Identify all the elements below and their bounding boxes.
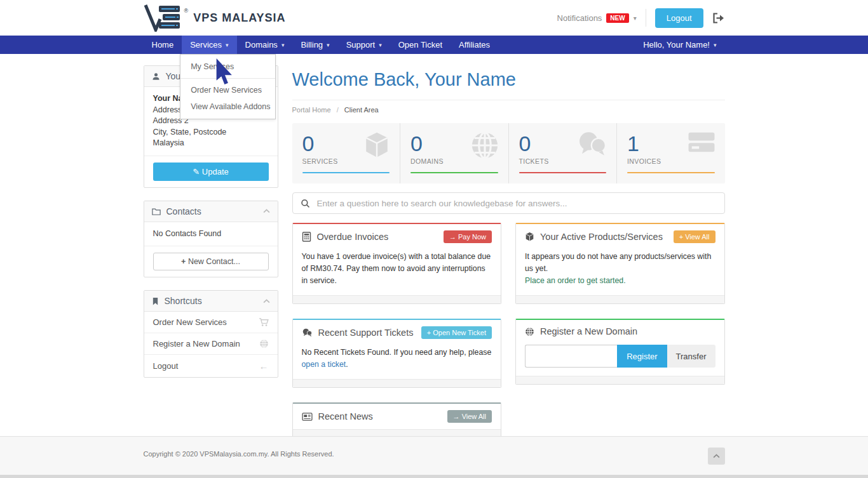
box-icon bbox=[525, 232, 534, 242]
chevron-up-icon[interactable] bbox=[263, 209, 270, 213]
new-badge: NEW bbox=[606, 13, 628, 23]
logout-button[interactable]: Logout bbox=[655, 8, 703, 28]
notifications-label[interactable]: Notifications bbox=[557, 13, 602, 23]
menu-item-my-services[interactable]: My Services bbox=[180, 58, 275, 75]
menu-item-view-available-addons[interactable]: View Available Addons bbox=[180, 98, 275, 115]
chevron-up-icon bbox=[713, 454, 720, 458]
panel-footer bbox=[293, 429, 501, 436]
address-line: Malaysia bbox=[153, 138, 269, 149]
bookmark-icon bbox=[152, 297, 159, 305]
panel-footer bbox=[516, 376, 724, 384]
nav-affiliates[interactable]: Affiliates bbox=[451, 36, 498, 54]
panel-footer bbox=[516, 295, 724, 303]
chevron-down-icon: ▾ bbox=[226, 42, 229, 48]
shortcut-logout[interactable]: Logout ← bbox=[144, 354, 278, 377]
breadcrumb-portal-home[interactable]: Portal Home bbox=[292, 106, 331, 114]
chevron-down-icon: ▾ bbox=[327, 42, 330, 48]
place-order-link[interactable]: Place an order to get started. bbox=[525, 276, 626, 285]
panel-title: Recent Support Tickets bbox=[318, 328, 416, 338]
chat-icon bbox=[577, 131, 607, 157]
shortcut-register-domain[interactable]: Register a New Domain bbox=[144, 333, 278, 354]
overdue-invoices-panel: Overdue Invoices → Pay Now You have 1 ov… bbox=[292, 223, 502, 304]
arrow-right-icon: → bbox=[449, 233, 458, 241]
products-empty-text: It appears you do not have any products/… bbox=[516, 249, 724, 295]
panel-title: Register a New Domain bbox=[540, 326, 715, 336]
main-navbar: Home Services▾ My Services Order New Ser… bbox=[0, 36, 868, 54]
stat-services[interactable]: 0 SERVICES bbox=[292, 123, 401, 183]
search-input[interactable] bbox=[317, 199, 717, 208]
active-products-panel: Your Active Products/Services + View All… bbox=[515, 223, 725, 304]
brand-name: VPS MALAYSIA bbox=[193, 11, 285, 25]
register-domain-panel: Register a New Domain Register Transfer bbox=[515, 319, 725, 385]
recent-news-panel: Recent News → View All bbox=[292, 402, 502, 436]
stats-row: 0 SERVICES 0 DOMAINS 0 bbox=[292, 123, 725, 183]
search-icon bbox=[301, 199, 310, 208]
contacts-header[interactable]: Contacts bbox=[144, 201, 278, 222]
pay-now-button[interactable]: → Pay Now bbox=[444, 230, 492, 243]
view-all-products-button[interactable]: + View All bbox=[674, 230, 715, 243]
globe-icon bbox=[470, 131, 499, 160]
nav-open-ticket[interactable]: Open Ticket bbox=[390, 36, 451, 54]
dashboard-panels: Overdue Invoices → Pay Now You have 1 ov… bbox=[292, 223, 725, 436]
brand-logo[interactable]: ® VPS MALAYSIA bbox=[144, 4, 286, 32]
view-all-news-button[interactable]: → View All bbox=[447, 410, 492, 423]
your-info-footer: ✎ Update bbox=[144, 156, 278, 187]
nav-domains[interactable]: Domains▾ bbox=[237, 36, 293, 54]
update-button[interactable]: ✎ Update bbox=[153, 163, 269, 181]
contacts-empty-text: No Contacts Found bbox=[144, 222, 278, 246]
shortcuts-panel: Shortcuts Order New Services Register a … bbox=[144, 290, 278, 378]
arrow-left-icon: ← bbox=[259, 361, 269, 371]
stat-label: TICKETS bbox=[519, 157, 607, 165]
stat-underline bbox=[519, 172, 607, 173]
nav-services[interactable]: Services▾ My Services Order New Services… bbox=[182, 36, 236, 54]
page-content: Your Info Your Name Address 1 Address 2 … bbox=[0, 54, 868, 436]
main-area: Welcome Back, Your Name Portal Home / Cl… bbox=[292, 65, 725, 436]
stat-underline bbox=[410, 172, 498, 173]
vps-logo-icon bbox=[144, 4, 183, 32]
top-header: ® VPS MALAYSIA Notifications NEW ▾ Logou… bbox=[0, 0, 868, 36]
contacts-panel: Contacts No Contacts Found + New Contact… bbox=[144, 201, 278, 278]
chevron-up-icon[interactable] bbox=[263, 299, 270, 303]
sign-out-icon[interactable] bbox=[712, 13, 725, 23]
cart-icon bbox=[259, 317, 269, 327]
services-dropdown-menu: My Services Order New Services View Avai… bbox=[180, 54, 276, 119]
recent-support-tickets-panel: Recent Support Tickets + Open New Ticket… bbox=[292, 319, 502, 388]
shortcuts-header[interactable]: Shortcuts bbox=[144, 291, 278, 312]
breadcrumb-separator: / bbox=[337, 106, 339, 114]
domain-input[interactable] bbox=[525, 345, 617, 368]
knowledgebase-search bbox=[292, 192, 725, 214]
nav-home[interactable]: Home bbox=[144, 36, 182, 54]
stat-underline bbox=[302, 172, 390, 173]
open-a-ticket-link[interactable]: open a ticket bbox=[302, 360, 346, 369]
cube-icon bbox=[363, 131, 391, 160]
panel-footer bbox=[293, 295, 501, 303]
stat-invoices[interactable]: 1 INVOICES bbox=[617, 123, 725, 183]
menu-item-order-new-services[interactable]: Order New Services bbox=[180, 82, 275, 98]
page-title: Welcome Back, Your Name bbox=[292, 69, 725, 100]
nav-user-menu[interactable]: Hello, Your Name!▾ bbox=[635, 36, 724, 54]
copyright-text: Copyright © 2020 VPSMalaysia.com.my. All… bbox=[144, 450, 334, 458]
nav-billing[interactable]: Billing▾ bbox=[292, 36, 337, 54]
nav-support[interactable]: Support▾ bbox=[338, 36, 390, 54]
open-new-ticket-button[interactable]: + Open New Ticket bbox=[421, 326, 492, 339]
scroll-to-top-button[interactable] bbox=[708, 448, 725, 465]
register-button[interactable]: Register bbox=[617, 345, 667, 368]
credit-card-icon bbox=[687, 131, 716, 154]
plus-icon: + bbox=[679, 233, 685, 241]
globe-icon bbox=[259, 339, 269, 349]
chevron-down-icon[interactable]: ▾ bbox=[634, 15, 637, 22]
stat-tickets[interactable]: 0 TICKETS bbox=[509, 123, 618, 183]
shortcuts-title: Shortcuts bbox=[165, 296, 202, 306]
shortcut-order-new-services[interactable]: Order New Services bbox=[144, 312, 278, 333]
transfer-button[interactable]: Transfer bbox=[667, 345, 715, 368]
breadcrumb-client-area: Client Area bbox=[344, 106, 379, 114]
stat-domains[interactable]: 0 DOMAINS bbox=[400, 123, 509, 183]
nav-spacer bbox=[498, 36, 635, 54]
contacts-footer: + New Contact... bbox=[144, 246, 278, 277]
new-contact-button[interactable]: + New Contact... bbox=[153, 253, 269, 270]
panel-title: Your Active Products/Services bbox=[540, 232, 668, 242]
panels-left-column: Overdue Invoices → Pay Now You have 1 ov… bbox=[292, 223, 502, 436]
panel-title: Recent News bbox=[318, 411, 442, 422]
invoice-icon bbox=[302, 232, 311, 242]
chat-icon bbox=[302, 328, 313, 337]
